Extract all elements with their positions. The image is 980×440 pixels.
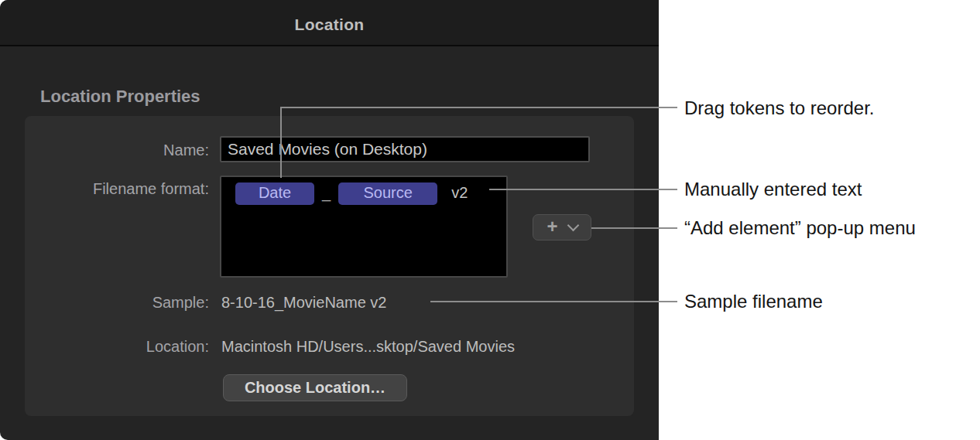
callout-line-drag-tokens-vertical xyxy=(280,107,282,178)
choose-location-button[interactable]: Choose Location… xyxy=(223,374,407,401)
annotation-drag-tokens: Drag tokens to reorder. xyxy=(684,97,874,119)
filename-format-field[interactable]: Date _ Source v2 xyxy=(220,176,508,278)
name-input[interactable] xyxy=(220,136,590,162)
location-label: Location: xyxy=(46,337,209,356)
chevron-down-icon xyxy=(567,219,579,231)
manual-text-v2[interactable]: v2 xyxy=(451,182,468,202)
token-date[interactable]: Date xyxy=(235,182,314,205)
dialog-title: Location xyxy=(295,11,365,34)
annotation-sample-filename: Sample filename xyxy=(684,291,823,312)
callout-line-sample-filename xyxy=(430,301,677,302)
callout-line-add-element xyxy=(591,227,677,229)
callout-line-manual-text xyxy=(489,189,677,190)
name-label: Name: xyxy=(46,141,209,159)
token-separator-text: _ xyxy=(322,182,331,202)
sample-label: Sample: xyxy=(46,293,209,312)
dialog-titlebar: Location xyxy=(0,0,659,46)
filename-format-label: Filename format: xyxy=(46,179,209,198)
add-element-button[interactable]: + xyxy=(533,214,591,240)
plus-icon: + xyxy=(547,219,557,234)
location-dialog: Location Location Properties Name: Filen… xyxy=(0,0,659,440)
token-source[interactable]: Source xyxy=(338,182,437,205)
sample-value: 8-10-16_MovieName v2 xyxy=(221,293,386,312)
screenshot-stage: Location Location Properties Name: Filen… xyxy=(0,0,980,440)
callout-line-drag-tokens-horizontal xyxy=(280,107,677,108)
section-heading: Location Properties xyxy=(40,87,200,107)
location-value: Macintosh HD/Users...sktop/Saved Movies xyxy=(221,337,515,356)
annotation-add-element: “Add element” pop-up menu xyxy=(684,217,916,239)
annotation-manual-text: Manually entered text xyxy=(684,179,862,200)
